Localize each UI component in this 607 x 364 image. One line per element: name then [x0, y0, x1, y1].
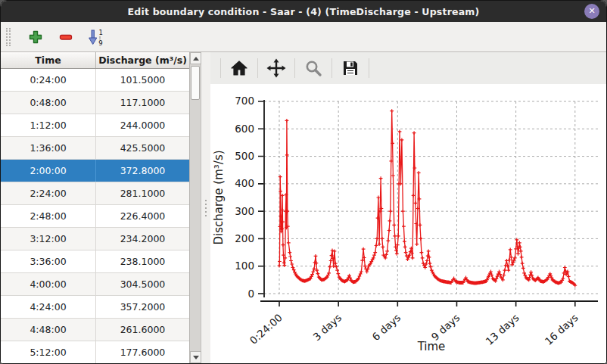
svg-text:400: 400 [235, 177, 254, 189]
triangle-up-icon [193, 57, 199, 61]
table-cell: 226.4000 [96, 205, 189, 227]
table-cell: 372.8000 [96, 160, 189, 182]
save-button[interactable] [339, 57, 362, 79]
table-cell: 281.1000 [96, 182, 189, 204]
magnifier-icon [304, 59, 322, 77]
scrollbar-up-button[interactable] [190, 52, 201, 64]
svg-text:200: 200 [235, 232, 254, 244]
chart-figure: 01002003004005006007000:24:003 days6 day… [210, 84, 606, 363]
dialog-window: Edit boundary condition - Saar - (4) (Ti… [0, 0, 607, 364]
svg-text:6 days: 6 days [369, 311, 403, 343]
table-cell: 117.1000 [96, 92, 189, 114]
table-row[interactable]: 3:36:00238.1000 [1, 250, 189, 273]
svg-text:13 days: 13 days [483, 311, 521, 347]
column-header-time[interactable]: Time [1, 52, 96, 68]
svg-text:0: 0 [247, 288, 254, 300]
minus-icon [58, 30, 73, 45]
table-row[interactable]: 0:24:00101.5000 [1, 69, 189, 92]
svg-text:0:24:00: 0:24:00 [247, 311, 285, 347]
svg-text:500: 500 [235, 150, 254, 162]
table-cell: 4:48:00 [1, 319, 96, 341]
svg-text:700: 700 [235, 95, 254, 107]
toolbar-separator [369, 58, 369, 78]
table-row[interactable]: 2:48:00226.4000 [1, 205, 189, 228]
table-cell: 1:36:00 [1, 137, 96, 159]
scrollbar-thumb[interactable] [191, 66, 200, 100]
plot-panel: 01002003004005006007000:24:003 days6 day… [210, 52, 606, 363]
column-header-discharge[interactable]: Discharge (m³/s) [96, 52, 189, 68]
table-body: 0:24:00101.50000:48:00117.10001:12:00244… [1, 69, 189, 363]
splitter-dot [205, 215, 207, 216]
table-cell: 3:36:00 [1, 250, 96, 272]
dialog-content: Time Discharge (m³/s) 0:24:00101.50000:4… [1, 52, 606, 363]
table-row[interactable]: 2:00:00372.8000 [1, 160, 189, 182]
table-cell: 304.5000 [96, 273, 189, 295]
add-row-button[interactable] [26, 27, 45, 47]
timeseries-table: Time Discharge (m³/s) 0:24:00101.50000:4… [1, 52, 190, 363]
close-button[interactable]: ✕ [584, 4, 599, 19]
table-cell: 5:12:00 [1, 341, 96, 363]
table-row[interactable]: 5:12:00177.6000 [1, 341, 189, 363]
discharge-chart: 01002003004005006007000:24:003 days6 day… [210, 84, 606, 363]
sort-badge-bottom: 9 [98, 39, 102, 46]
table-row[interactable]: 3:12:00234.2000 [1, 228, 189, 250]
splitter-dot [205, 200, 207, 201]
svg-text:600: 600 [235, 123, 254, 135]
titlebar[interactable]: Edit boundary condition - Saar - (4) (Ti… [1, 1, 606, 22]
table-row[interactable]: 2:24:00281.1000 [1, 182, 189, 205]
table-cell: 1:12:00 [1, 114, 96, 136]
splitter-dot [205, 204, 207, 205]
table-cell: 4:00:00 [1, 273, 96, 295]
save-icon [341, 59, 360, 77]
table-cell: 234.2000 [96, 228, 189, 250]
zoom-button[interactable] [302, 57, 325, 79]
home-button[interactable] [228, 57, 251, 79]
table-cell: 4:24:00 [1, 296, 96, 318]
sort-ascending-button[interactable]: 1 9 [86, 27, 106, 47]
chart-axes [260, 100, 598, 301]
table-cell: 2:24:00 [1, 182, 96, 204]
toolbar-separator [220, 58, 221, 78]
sort-badge-top: 1 [99, 29, 103, 36]
table-row[interactable]: 4:48:00261.6000 [1, 319, 189, 341]
table-cell: 3:12:00 [1, 228, 96, 250]
chart-ticks [258, 101, 575, 306]
main-toolbar: 1 9 [1, 22, 606, 52]
svg-text:9 days: 9 days [429, 311, 462, 343]
svg-text:300: 300 [235, 205, 254, 217]
table-cell: 238.1000 [96, 250, 189, 272]
svg-text:100: 100 [235, 260, 254, 272]
table-row[interactable]: 4:00:00304.5000 [1, 273, 189, 296]
scrollbar-down-button[interactable] [190, 351, 201, 363]
pan-button[interactable] [265, 57, 288, 79]
window-title: Edit boundary condition - Saar - (4) (Ti… [128, 6, 480, 17]
panel-splitter[interactable] [201, 52, 210, 363]
table-row[interactable]: 1:12:00244.0000 [1, 114, 189, 137]
remove-row-button[interactable] [56, 27, 76, 47]
svg-text:16 days: 16 days [542, 311, 580, 347]
table-row[interactable]: 1:36:00425.5000 [1, 137, 189, 160]
toolbar-separator [332, 58, 332, 78]
x-axis-label: Time [417, 340, 446, 353]
table-cell: 261.6000 [96, 319, 189, 341]
table-cell: 0:48:00 [1, 92, 96, 114]
table-row[interactable]: 0:48:00117.1000 [1, 92, 189, 114]
table-cell: 2:00:00 [1, 160, 96, 182]
splitter-dot [205, 207, 207, 209]
y-axis-label: Discharge (m³/s) [212, 150, 226, 244]
table-cell: 101.5000 [96, 69, 189, 91]
triangle-down-icon [193, 356, 199, 359]
table-row[interactable]: 4:24:00357.2000 [1, 296, 189, 319]
home-icon [230, 59, 248, 77]
table-cell: 177.6000 [96, 341, 189, 363]
plot-toolbar [210, 52, 606, 84]
toolbar-drag-handle[interactable] [6, 28, 11, 46]
toolbar-separator [257, 58, 258, 78]
toolbar-separator [294, 58, 295, 78]
table-scrollbar[interactable] [190, 52, 201, 363]
table-cell: 425.5000 [96, 137, 189, 159]
plus-icon [28, 30, 43, 45]
table-cell: 357.2000 [96, 296, 189, 318]
pan-icon [266, 58, 286, 78]
table-header: Time Discharge (m³/s) [1, 52, 189, 69]
